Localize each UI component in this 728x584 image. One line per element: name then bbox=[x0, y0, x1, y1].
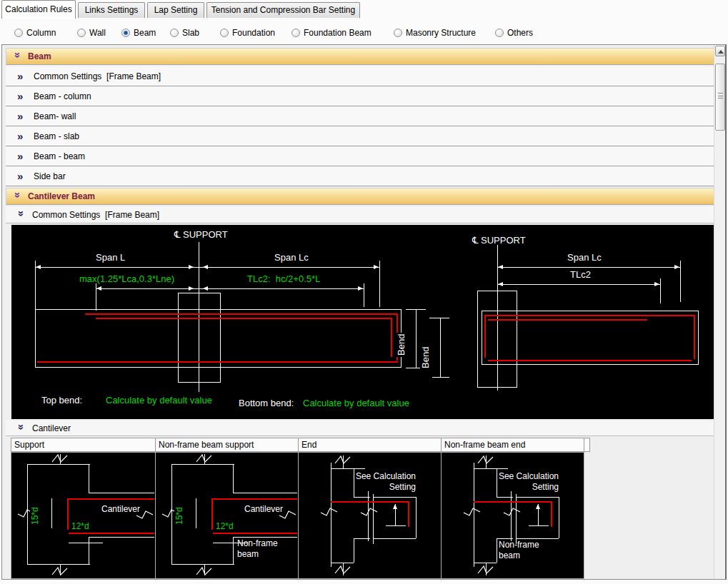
beam-line bbox=[354, 538, 354, 563]
accordion-item-side-bar[interactable]: » Side bar bbox=[6, 166, 715, 186]
scroll-up-button[interactable] bbox=[715, 46, 725, 56]
chevron-down-icon: » bbox=[18, 211, 25, 219]
tab-bar: Calculation Rules Links Settings Lap Set… bbox=[0, 0, 728, 19]
cantilever-nonframe-support-diagram: 15*d 12*d Cantilever Non-frame beam bbox=[155, 452, 299, 579]
radio-masonry-structure[interactable]: Masonry Structure bbox=[394, 27, 476, 39]
accordion-label: Common Settings [Frame Beam] bbox=[34, 71, 161, 81]
column-header-stub bbox=[584, 438, 590, 452]
radio-label: Others bbox=[507, 28, 533, 38]
beam-line bbox=[89, 537, 154, 538]
dim-line bbox=[386, 525, 406, 526]
cut-line bbox=[331, 563, 354, 563]
rebar-top bbox=[331, 501, 409, 503]
radio-icon bbox=[77, 29, 86, 37]
dim-line bbox=[440, 318, 441, 377]
support-centerline-label: ℄ SUPPORT bbox=[174, 229, 228, 240]
dim-line bbox=[497, 267, 680, 268]
tab-links-settings[interactable]: Links Settings bbox=[78, 2, 145, 18]
scroll-up-icon bbox=[718, 50, 724, 54]
support-centerline-label: ℄ SUPPORT bbox=[472, 235, 526, 246]
extension-line bbox=[96, 283, 96, 311]
radio-wall[interactable]: Wall bbox=[77, 27, 106, 39]
radio-label: Wall bbox=[89, 28, 106, 38]
extension-line bbox=[429, 318, 449, 318]
accordion-item-beam-beam[interactable]: » Beam - beam bbox=[6, 146, 715, 166]
dim-line bbox=[395, 504, 396, 525]
rebar-bend bbox=[67, 498, 69, 530]
column-header-end: End bbox=[298, 438, 442, 452]
column-header-non-frame-beam-support: Non-frame beam support bbox=[155, 438, 299, 452]
see-calculation-setting-label: See Calculation Setting bbox=[347, 471, 416, 493]
radio-icon bbox=[170, 29, 179, 37]
chevron-right-icon: » bbox=[17, 173, 27, 180]
column-line bbox=[89, 537, 89, 564]
break-mark-icon bbox=[463, 507, 482, 517]
radio-foundation-beam[interactable]: Foundation Beam bbox=[291, 27, 372, 39]
accordion-item-beam-wall[interactable]: » Beam- wall bbox=[6, 106, 715, 126]
rebar-top-2 bbox=[96, 318, 392, 319]
cantilever-support-diagram: 15*d 12*d Cantilever bbox=[11, 452, 156, 579]
accordion-label: Beam - beam bbox=[34, 151, 85, 161]
accordion-label: Beam - slab bbox=[34, 131, 79, 141]
radio-selected-icon bbox=[121, 29, 130, 37]
arrow-icon bbox=[654, 282, 659, 286]
accordion-item-beam-slab[interactable]: » Beam - slab bbox=[6, 126, 715, 146]
arrow-icon bbox=[96, 286, 101, 291]
beam-line bbox=[373, 538, 416, 539]
radio-icon bbox=[14, 29, 23, 37]
lap-dim-label: 12*d bbox=[216, 521, 234, 531]
column-header-support: Support bbox=[11, 438, 156, 452]
span-lc-label: Span Lc bbox=[567, 252, 602, 263]
vertical-scrollbar[interactable] bbox=[714, 45, 725, 579]
radio-icon bbox=[220, 29, 229, 37]
span-lc-label: Span Lc bbox=[274, 252, 309, 263]
extension-line bbox=[379, 261, 380, 307]
rebar-bend bbox=[694, 315, 695, 359]
top-bend-label: Top bend: bbox=[41, 395, 82, 406]
chevron-down-icon: » bbox=[18, 424, 25, 433]
radio-label: Column bbox=[26, 28, 56, 38]
rebar-bottom bbox=[37, 361, 398, 363]
beam-line bbox=[516, 538, 559, 539]
cantilever-nonframe-end-diagram: See Calculation Setting Non-frame beam bbox=[441, 452, 584, 579]
rebar-bend bbox=[408, 501, 409, 527]
radio-icon bbox=[394, 29, 402, 37]
top-bend-value: Calculate by default value bbox=[106, 395, 212, 406]
accordion-item-common-settings-expanded[interactable]: » Common Settings [Frame Beam] bbox=[6, 206, 715, 223]
tab-lap-setting[interactable]: Lap Setting bbox=[147, 2, 204, 18]
scrollbar-thumb[interactable] bbox=[715, 64, 725, 131]
rebar-top bbox=[474, 501, 552, 503]
radio-others[interactable]: Others bbox=[495, 27, 533, 39]
radio-beam[interactable]: Beam bbox=[121, 27, 156, 39]
rebar-bend-2 bbox=[391, 318, 392, 357]
chevron-right-icon: » bbox=[17, 113, 27, 120]
section-header-beam[interactable]: » Beam bbox=[6, 48, 715, 65]
radio-column[interactable]: Column bbox=[14, 27, 56, 39]
anchor-dim-label: 15*d bbox=[30, 505, 40, 526]
radio-slab[interactable]: Slab bbox=[170, 27, 199, 39]
cut-line bbox=[474, 468, 508, 469]
rebar-bottom bbox=[488, 360, 692, 361]
radio-foundation[interactable]: Foundation bbox=[220, 27, 275, 39]
non-frame-beam-label: Non-frame beam bbox=[499, 540, 559, 561]
tab-tension-compression[interactable]: Tension and Compression Bar Setting bbox=[206, 2, 360, 18]
arrow-icon bbox=[358, 286, 363, 291]
dim-line bbox=[51, 498, 52, 528]
extension-line bbox=[660, 278, 661, 303]
break-mark-icon bbox=[196, 454, 213, 463]
tab-calculation-rules[interactable]: Calculation Rules bbox=[1, 0, 76, 19]
category-radio-group: Column Wall Beam Slab Foundation Foundat… bbox=[0, 19, 728, 44]
beam-line bbox=[373, 497, 416, 498]
beam-line bbox=[233, 493, 297, 493]
extension-line bbox=[432, 377, 449, 378]
accordion-item-cantilever[interactable]: » Cantilever bbox=[6, 421, 715, 436]
accordion-item-beam-column[interactable]: » Beam - column bbox=[6, 86, 715, 106]
dim-line bbox=[69, 543, 103, 543]
break-mark-icon bbox=[477, 455, 494, 464]
rebar-bottom bbox=[213, 533, 297, 534]
accordion-item-common-settings[interactable]: » Common Settings [Frame Beam] bbox=[6, 66, 715, 86]
section-header-cantilever-beam[interactable]: » Cantilever Beam bbox=[6, 188, 715, 205]
lap-dim-label: 12*d bbox=[71, 521, 89, 531]
non-frame-beam-label: Non-frame beam bbox=[237, 538, 294, 560]
cut-line bbox=[27, 564, 90, 565]
